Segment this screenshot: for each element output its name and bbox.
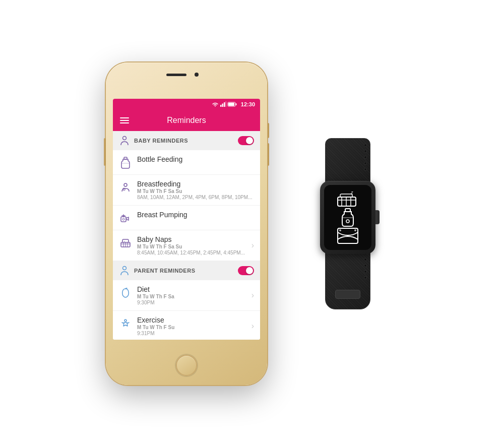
diet-times: 9:30PM bbox=[137, 300, 246, 305]
baby-reminders-title: BABY REMINDERS bbox=[134, 138, 188, 144]
svg-point-21 bbox=[123, 266, 127, 270]
bottle-icon bbox=[119, 156, 132, 169]
top-bar: Reminders bbox=[113, 110, 260, 131]
breastfeed-icon bbox=[119, 181, 132, 194]
parent-reminders-toggle[interactable] bbox=[238, 266, 254, 275]
baby-reminders-section-header: BABY REMINDERS bbox=[113, 131, 260, 150]
baby-reminders-toggle[interactable] bbox=[238, 136, 254, 145]
battery-icon bbox=[228, 102, 237, 107]
phone-speaker bbox=[166, 74, 186, 76]
bottle-feeding-item[interactable]: Bottle Feeding bbox=[113, 150, 260, 175]
watch-diaper-icon bbox=[337, 227, 359, 244]
watch-case: z bbox=[320, 181, 375, 254]
svg-point-29 bbox=[346, 220, 349, 223]
baby-naps-times: 8:45AM, 10:45AM, 12:45PM, 2:45PM, 4:45PM… bbox=[137, 250, 246, 256]
watch-crib-icon: z bbox=[337, 190, 359, 208]
svg-point-8 bbox=[122, 142, 123, 143]
page-title: Reminders bbox=[167, 116, 206, 125]
svg-point-22 bbox=[124, 320, 127, 322]
pump-icon bbox=[119, 212, 132, 225]
svg-rect-3 bbox=[225, 101, 226, 107]
breast-pumping-item[interactable]: Breast Pumping bbox=[113, 206, 260, 230]
breastfeeding-days: M Tu W Th F Sa Su bbox=[137, 188, 254, 194]
diet-title: Diet bbox=[137, 285, 246, 293]
phone-camera bbox=[195, 73, 199, 77]
phone-vol-up-button[interactable] bbox=[267, 123, 269, 138]
breastfeeding-times: 8AM, 10AM, 12AM, 2PM, 4PM, 6PM, 8PM, 10P… bbox=[137, 195, 254, 200]
svg-text:z: z bbox=[124, 240, 125, 242]
svg-point-31 bbox=[354, 229, 356, 231]
svg-rect-6 bbox=[228, 103, 234, 106]
phone-vol-down-button[interactable] bbox=[267, 143, 269, 166]
scene: 12:30 Reminders bbox=[0, 0, 504, 447]
exercise-title: Exercise bbox=[137, 316, 246, 324]
diet-days: M Tu W Th F Sa bbox=[137, 294, 246, 299]
svg-rect-24 bbox=[338, 197, 356, 206]
band-holes-top bbox=[364, 144, 367, 171]
crib-icon: z bbox=[119, 236, 132, 249]
svg-point-9 bbox=[126, 142, 127, 143]
parent-icon bbox=[119, 265, 130, 276]
smartwatch: z bbox=[297, 128, 398, 320]
svg-point-11 bbox=[124, 183, 127, 186]
breast-pumping-title: Breast Pumping bbox=[137, 211, 254, 219]
exercise-item[interactable]: Exercise M Tu W Th F Su 9:31PM › bbox=[113, 311, 260, 340]
watch-band-bottom bbox=[325, 246, 370, 309]
phone: 12:30 Reminders bbox=[106, 62, 267, 385]
svg-point-15 bbox=[122, 218, 124, 220]
exercise-icon bbox=[119, 317, 132, 330]
svg-rect-2 bbox=[224, 102, 225, 107]
parent-reminders-title: PARENT REMINDERS bbox=[134, 268, 195, 274]
content-area: BABY REMINDERS Bottle Feeding bbox=[113, 131, 260, 340]
svg-rect-0 bbox=[220, 105, 222, 107]
diet-item[interactable]: Diet M Tu W Th F Sa 9:30PM › bbox=[113, 280, 260, 311]
phone-power-button[interactable] bbox=[104, 138, 106, 166]
watch-bottle-icon bbox=[341, 208, 355, 227]
band-holes-bottom bbox=[364, 252, 367, 279]
status-bar: 12:30 bbox=[113, 99, 260, 110]
watch-side-button[interactable] bbox=[375, 210, 380, 224]
baby-naps-chevron: › bbox=[251, 241, 254, 250]
status-time: 12:30 bbox=[241, 101, 255, 107]
diet-chevron: › bbox=[251, 291, 254, 300]
hamburger-menu-icon[interactable] bbox=[120, 117, 129, 123]
watch-band-clasp bbox=[335, 290, 360, 299]
exercise-times: 9:31PM bbox=[137, 331, 246, 336]
parent-reminders-section-header: PARENT REMINDERS bbox=[113, 261, 260, 280]
baby-icon bbox=[119, 135, 130, 146]
svg-point-30 bbox=[339, 229, 341, 231]
baby-naps-title: Baby Naps bbox=[137, 235, 246, 243]
svg-point-7 bbox=[123, 136, 127, 140]
baby-naps-item[interactable]: z Baby Naps M Tu W Th F Sa Su 8:45AM, 10… bbox=[113, 230, 260, 261]
home-button[interactable] bbox=[176, 355, 197, 376]
breastfeeding-title: Breastfeeding bbox=[137, 180, 254, 188]
breastfeeding-item[interactable]: Breastfeeding M Tu W Th F Sa Su 8AM, 10A… bbox=[113, 175, 260, 206]
exercise-chevron: › bbox=[251, 322, 254, 331]
watch-body: z bbox=[315, 138, 381, 309]
svg-rect-1 bbox=[222, 104, 223, 107]
phone-screen: 12:30 Reminders bbox=[113, 99, 260, 340]
baby-naps-days: M Tu W Th F Sa Su bbox=[137, 244, 246, 249]
signal-icon bbox=[220, 101, 226, 107]
wifi-icon bbox=[212, 101, 219, 107]
watch-screen: z bbox=[324, 185, 371, 250]
exercise-days: M Tu W Th F Su bbox=[137, 325, 246, 330]
diet-icon bbox=[119, 286, 132, 299]
svg-rect-14 bbox=[121, 217, 126, 222]
svg-rect-5 bbox=[235, 103, 236, 105]
bottle-feeding-title: Bottle Feeding bbox=[137, 155, 254, 163]
watch-band-top bbox=[325, 138, 370, 186]
svg-point-13 bbox=[123, 188, 124, 189]
status-icons bbox=[212, 101, 237, 107]
